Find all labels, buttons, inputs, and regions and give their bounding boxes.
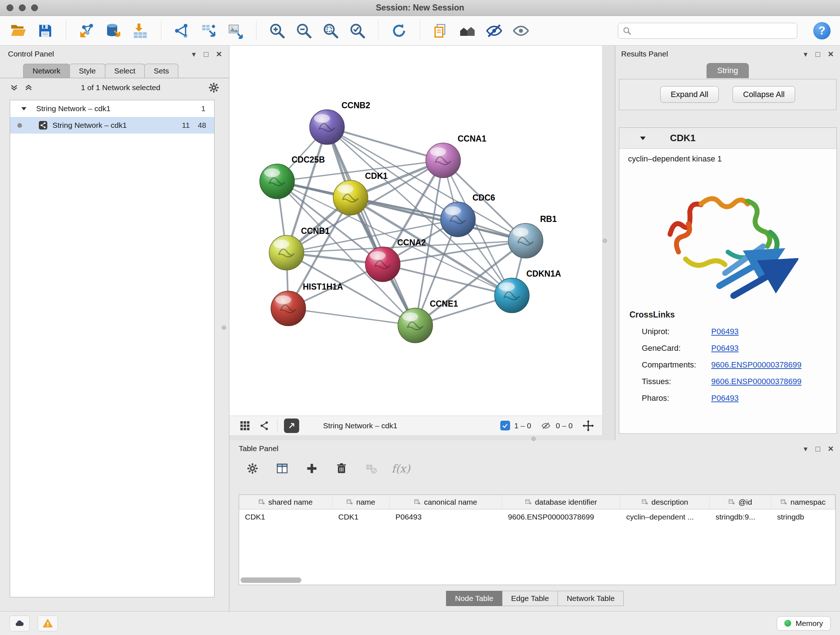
column-header-canonical-name[interactable]: canonical name (390, 495, 502, 509)
network-node-ccnb2[interactable]: CCNB2 (309, 101, 370, 144)
home-button[interactable] (458, 22, 477, 40)
network-tree: String Network – cdk1 1 String Network –… (10, 100, 215, 597)
results-panel-title: Results Panel (621, 50, 668, 58)
tree-expander-icon[interactable] (21, 106, 27, 111)
column-menu-icon (347, 499, 353, 505)
add-column-button[interactable] (303, 460, 321, 477)
new-network-from-table-button[interactable] (200, 22, 218, 40)
show-graphics-button[interactable] (512, 22, 530, 40)
save-session-button[interactable] (36, 22, 54, 40)
zoom-out-button[interactable] (295, 22, 313, 40)
tab-network-table[interactable]: Network Table (557, 591, 624, 606)
delete-table-button[interactable] (363, 460, 380, 477)
genecard-link[interactable]: P06493 (711, 344, 739, 353)
tab-string[interactable]: String (706, 63, 749, 78)
export-image-button[interactable] (226, 22, 245, 40)
network-node-cdk1[interactable]: CDK1 (333, 171, 388, 215)
crosslink-row: Compartments: 9606.ENSP00000378699 (619, 356, 836, 373)
cloud-services-button[interactable] (9, 616, 30, 631)
control-panel-tabs: Network Style Select Sets (0, 62, 229, 78)
show-columns-button[interactable] (273, 460, 291, 477)
network-collection-row[interactable]: String Network – cdk1 1 (10, 100, 214, 117)
collapse-all-icon[interactable] (9, 84, 19, 91)
import-network-database-button[interactable] (104, 22, 123, 40)
selected-items-checkbox-icon[interactable] (500, 421, 510, 431)
network-row-selected[interactable]: String Network – cdk1 11 48 (10, 117, 214, 134)
copy-button[interactable] (431, 22, 450, 40)
window-close-button[interactable] (6, 4, 13, 11)
table-row[interactable]: CDK1 CDK1 P06493 9606.ENSP00000378699 cy… (239, 509, 835, 524)
table-settings-button[interactable] (244, 460, 261, 477)
horizontal-splitter-handle[interactable] (531, 437, 536, 441)
tab-network[interactable]: Network (23, 64, 70, 78)
search-input[interactable] (618, 23, 797, 39)
maximize-panel-icon[interactable]: □ (204, 50, 208, 58)
zoom-in-button[interactable] (268, 22, 286, 40)
tab-style[interactable]: Style (69, 64, 105, 78)
tissues-link[interactable]: 9606.ENSP00000378699 (711, 377, 802, 386)
maximize-panel-icon[interactable]: □ (815, 445, 820, 453)
protein-card-header[interactable]: CDK1 (619, 128, 836, 149)
grid-view-icon[interactable] (240, 420, 250, 431)
memory-button[interactable]: Memory (777, 616, 831, 631)
close-panel-icon[interactable]: × (828, 444, 834, 453)
tab-select[interactable]: Select (105, 64, 145, 78)
refresh-button[interactable] (390, 22, 408, 40)
hidden-items-icon[interactable] (540, 421, 551, 431)
network-graph[interactable]: CCNB2CCNA1CDC25BCDK1CDC6RB1CCNB1CCNA2CDK… (229, 46, 603, 416)
column-header-name[interactable]: name (332, 495, 390, 509)
expand-all-icon[interactable] (24, 84, 33, 91)
delete-column-button[interactable] (333, 460, 350, 477)
table-panel-title: Table Panel (239, 444, 279, 453)
close-panel-icon[interactable]: × (828, 49, 834, 59)
gear-icon[interactable] (208, 82, 219, 93)
help-button[interactable]: ? (813, 22, 831, 40)
compartments-link[interactable]: 9606.ENSP00000378699 (711, 360, 802, 370)
network-selection-row: 1 of 1 Network selected (0, 78, 229, 97)
horizontal-scrollbar[interactable] (240, 578, 302, 583)
network-node-ccna1[interactable]: CCNA1 (426, 134, 486, 178)
node-label: CCNE1 (430, 299, 458, 309)
uniprot-link[interactable]: P06493 (711, 327, 739, 336)
column-header-shared-name[interactable]: shared name (239, 495, 332, 509)
network-node-ccnb1[interactable]: CCNB1 (269, 226, 330, 270)
close-panel-icon[interactable]: × (216, 49, 222, 59)
new-network-button[interactable] (173, 22, 191, 40)
maximize-panel-icon[interactable]: □ (815, 50, 820, 58)
pharos-link[interactable]: P06493 (711, 394, 739, 403)
tab-sets[interactable]: Sets (144, 64, 178, 78)
zoom-selected-button[interactable] (348, 22, 366, 40)
column-header-namespace[interactable]: namespac (771, 495, 835, 509)
control-panel-header: Control Panel ▾ □ × (0, 46, 229, 62)
network-node-cdkn1a[interactable]: CDKN1A (494, 269, 561, 313)
network-view[interactable]: CCNB2CCNA1CDC25BCDK1CDC6RB1CCNB1CCNA2CDK… (229, 46, 603, 416)
window-minimize-button[interactable] (19, 4, 26, 11)
network-view-mode-icon[interactable] (259, 420, 270, 431)
import-table-button[interactable] (131, 22, 149, 40)
collapse-section-icon[interactable] (639, 136, 646, 141)
vertical-splitter-handle[interactable] (222, 325, 226, 330)
network-node-rb1[interactable]: RB1 (508, 214, 557, 258)
float-panel-icon[interactable]: ▾ (192, 50, 196, 58)
hide-panels-button[interactable] (485, 22, 503, 40)
detach-view-button[interactable] (284, 418, 299, 433)
zoom-fit-button[interactable] (322, 22, 340, 40)
import-network-file-button[interactable] (78, 22, 96, 40)
column-header-description[interactable]: description (621, 495, 710, 509)
warning-icon (42, 618, 54, 629)
open-session-button[interactable] (9, 22, 27, 40)
column-header-database-identifier[interactable]: database identifier (502, 495, 621, 509)
vertical-splitter-handle[interactable] (603, 239, 607, 243)
column-header-id[interactable]: @id (710, 495, 771, 509)
network-node-hist1h1a[interactable]: HIST1H1A (271, 282, 343, 326)
pan-tool-icon[interactable] (582, 420, 594, 432)
tab-edge-table[interactable]: Edge Table (502, 591, 558, 606)
float-panel-icon[interactable]: ▾ (804, 50, 808, 58)
warnings-button[interactable] (38, 616, 58, 631)
expand-all-button[interactable]: Expand All (660, 86, 719, 103)
float-panel-icon[interactable]: ▾ (804, 445, 808, 453)
collapse-all-button[interactable]: Collapse All (733, 86, 795, 103)
tab-node-table[interactable]: Node Table (446, 591, 502, 606)
window-zoom-button[interactable] (31, 4, 38, 11)
function-builder-button[interactable]: f(x) (392, 460, 409, 477)
